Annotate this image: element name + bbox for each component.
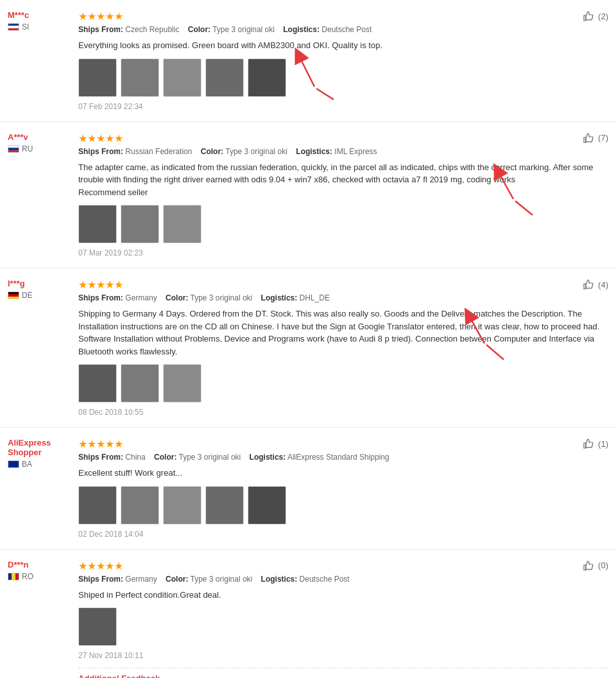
star-rating-2: ★★★★★ bbox=[78, 279, 608, 291]
review-image-4[interactable] bbox=[248, 58, 286, 97]
like-button-4[interactable]: (0) bbox=[583, 560, 608, 571]
review-date-4: 27 Nov 2018 10:11 bbox=[78, 651, 608, 660]
review-image-2[interactable] bbox=[163, 205, 201, 243]
like-count-1: (7) bbox=[598, 133, 608, 143]
review-date-1: 07 Mar 2019 02:23 bbox=[78, 248, 608, 257]
thumbs-up-icon bbox=[583, 438, 595, 449]
ships-from-label: Ships From: bbox=[78, 453, 123, 462]
thumbs-up-icon bbox=[583, 560, 595, 571]
country-code-3: BA bbox=[22, 460, 32, 469]
ships-from-label: Ships From: bbox=[78, 575, 123, 584]
country-code-0: SI bbox=[22, 22, 29, 31]
thumbs-up-icon bbox=[583, 132, 595, 144]
additional-feedback-label: Additional Feedback bbox=[78, 674, 608, 678]
review-image-3[interactable] bbox=[205, 58, 244, 97]
color-label: Color: bbox=[166, 575, 188, 584]
review-image-0[interactable] bbox=[78, 486, 117, 525]
reviewer-info-3: AliExpress Shopper BA bbox=[8, 438, 78, 539]
logistics-label: Logistics: bbox=[261, 575, 298, 584]
review-text-1: The adapter came, as indicated from the … bbox=[78, 161, 608, 199]
review-block-0: M***c SI ★★★★★ Ships From: Czech Republi… bbox=[0, 0, 616, 122]
review-content-2: ★★★★★ Ships From: Germany Color: Type 3 … bbox=[78, 279, 608, 417]
like-button-1[interactable]: (7) bbox=[583, 132, 608, 144]
review-text-4: Shiped in Perfect condition.Great deal. bbox=[78, 589, 608, 602]
star-rating-0: ★★★★★ bbox=[78, 10, 608, 22]
color-label: Color: bbox=[188, 25, 210, 34]
logistics-value-0: Deutsche Post bbox=[321, 25, 372, 34]
star-rating-3: ★★★★★ bbox=[78, 438, 608, 450]
review-images-3 bbox=[78, 486, 608, 525]
review-image-4[interactable] bbox=[248, 486, 286, 525]
reviewer-country-2: DE bbox=[8, 291, 78, 300]
country-code-2: DE bbox=[22, 291, 33, 300]
review-content-0: ★★★★★ Ships From: Czech Republic Color: … bbox=[78, 10, 608, 111]
review-image-2[interactable] bbox=[163, 58, 201, 97]
review-meta-1: Ships From: Russian Federation Color: Ty… bbox=[78, 147, 608, 156]
logistics-value-1: IML Express bbox=[334, 147, 377, 156]
reviewer-info-4: D***n RO bbox=[8, 560, 78, 679]
thumbs-up-icon bbox=[583, 279, 595, 290]
ships-from-value-3: China bbox=[125, 453, 145, 462]
additional-feedback-block: Additional Feedback Works perfect 24 Jan… bbox=[78, 668, 608, 678]
review-image-1[interactable] bbox=[121, 486, 159, 525]
reviewer-country-1: RU bbox=[8, 144, 78, 153]
ships-from-value-0: Czech Republic bbox=[125, 25, 179, 34]
thumbs-up-icon bbox=[583, 10, 595, 22]
reviewer-country-4: RO bbox=[8, 572, 78, 581]
review-date-2: 08 Dec 2018 10:55 bbox=[78, 408, 608, 417]
like-button-0[interactable]: (2) bbox=[583, 10, 608, 22]
ships-from-label: Ships From: bbox=[78, 25, 123, 34]
review-text-0: Everything looks as promised. Green boar… bbox=[78, 39, 608, 52]
reviewer-info-2: I***g DE bbox=[8, 279, 78, 417]
review-content-3: ★★★★★ Ships From: China Color: Type 3 or… bbox=[78, 438, 608, 539]
color-value-1: Type 3 original oki bbox=[225, 147, 287, 156]
review-block-4: D***n RO ★★★★★ Ships From: Germany Color… bbox=[0, 550, 616, 679]
like-button-2[interactable]: (4) bbox=[583, 279, 608, 290]
reviewer-country-0: SI bbox=[8, 22, 78, 31]
logistics-value-2: DHL_DE bbox=[300, 293, 330, 302]
ships-from-label: Ships From: bbox=[78, 293, 123, 302]
review-content-4: ★★★★★ Ships From: Germany Color: Type 3 … bbox=[78, 560, 608, 679]
logistics-label: Logistics: bbox=[261, 293, 298, 302]
logistics-label: Logistics: bbox=[250, 453, 286, 462]
review-date-0: 07 Feb 2019 22:34 bbox=[78, 102, 608, 111]
color-value-0: Type 3 original oki bbox=[212, 25, 275, 34]
logistics-label: Logistics: bbox=[283, 25, 320, 34]
review-image-0[interactable] bbox=[78, 364, 117, 403]
review-text-3: Excellent stuff! Work great... bbox=[78, 467, 608, 480]
color-label: Color: bbox=[201, 147, 223, 156]
review-image-0[interactable] bbox=[78, 205, 117, 243]
ships-from-value-1: Russian Federation bbox=[125, 147, 192, 156]
review-image-0[interactable] bbox=[78, 58, 117, 97]
review-image-1[interactable] bbox=[121, 205, 159, 243]
ships-from-value-4: Germany bbox=[125, 575, 157, 584]
review-image-1[interactable] bbox=[121, 364, 159, 403]
like-button-3[interactable]: (1) bbox=[583, 438, 608, 449]
reviewer-info-0: M***c SI bbox=[8, 10, 78, 111]
like-count-4: (0) bbox=[598, 561, 608, 570]
review-block-2: I***g DE ★★★★★ Ships From: Germany Color… bbox=[0, 268, 616, 428]
review-image-2[interactable] bbox=[163, 486, 201, 525]
review-images-1 bbox=[78, 205, 608, 243]
color-value-3: Type 3 original oki bbox=[179, 453, 241, 462]
country-code-4: RO bbox=[22, 572, 33, 581]
color-label: Color: bbox=[154, 453, 176, 462]
review-meta-2: Ships From: Germany Color: Type 3 origin… bbox=[78, 293, 608, 302]
reviewer-info-1: A***v RU bbox=[8, 132, 78, 258]
review-image-0[interactable] bbox=[78, 607, 117, 646]
review-text-2: Shipping to Germany 4 Days. Ordered from… bbox=[78, 308, 608, 358]
reviewer-name-3: AliExpress Shopper bbox=[8, 438, 78, 457]
review-content-1: ★★★★★ Ships From: Russian Federation Col… bbox=[78, 132, 608, 258]
star-rating-4: ★★★★★ bbox=[78, 560, 608, 572]
color-value-2: Type 3 original oki bbox=[191, 293, 253, 302]
review-image-1[interactable] bbox=[121, 58, 159, 97]
like-count-0: (2) bbox=[598, 12, 608, 21]
ships-from-label: Ships From: bbox=[78, 147, 123, 156]
color-label: Color: bbox=[166, 293, 188, 302]
review-image-3[interactable] bbox=[205, 486, 244, 525]
review-meta-0: Ships From: Czech Republic Color: Type 3… bbox=[78, 25, 608, 34]
country-code-1: RU bbox=[22, 144, 33, 153]
review-image-2[interactable] bbox=[163, 364, 201, 403]
ships-from-value-2: Germany bbox=[125, 293, 157, 302]
review-meta-4: Ships From: Germany Color: Type 3 origin… bbox=[78, 575, 608, 584]
